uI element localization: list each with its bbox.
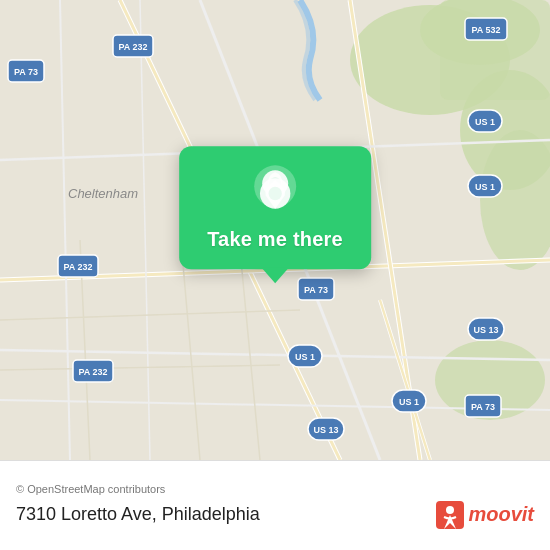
map-pin-icon <box>256 172 294 220</box>
moovit-brand-icon <box>436 501 464 529</box>
svg-text:US 1: US 1 <box>399 397 419 407</box>
svg-text:PA 232: PA 232 <box>78 367 107 377</box>
svg-text:PA 73: PA 73 <box>14 67 38 77</box>
svg-text:US 1: US 1 <box>295 352 315 362</box>
svg-text:PA 232: PA 232 <box>63 262 92 272</box>
svg-text:Cheltenham: Cheltenham <box>68 186 138 201</box>
map-container: PA 73 PA 232 PA 532 US 1 US 1 US 1 PA 23… <box>0 0 550 460</box>
svg-text:PA 73: PA 73 <box>304 285 328 295</box>
svg-text:PA 532: PA 532 <box>471 25 500 35</box>
svg-text:US 13: US 13 <box>313 425 338 435</box>
svg-point-59 <box>446 506 454 514</box>
moovit-logo: moovit <box>436 501 534 529</box>
location-text: 7310 Loretto Ave, Philadelphia <box>16 504 260 525</box>
popup-card: Take me there <box>179 146 371 269</box>
svg-text:US 13: US 13 <box>473 325 498 335</box>
moovit-logo-text: moovit <box>468 503 534 526</box>
svg-text:US 1: US 1 <box>475 117 495 127</box>
attribution-text: © OpenStreetMap contributors <box>16 483 534 495</box>
take-me-there-button[interactable]: Take me there <box>207 228 343 251</box>
svg-rect-4 <box>440 0 550 100</box>
info-bar: © OpenStreetMap contributors 7310 Lorett… <box>0 460 550 550</box>
location-row: 7310 Loretto Ave, Philadelphia moovit <box>16 501 534 529</box>
svg-text:PA 232: PA 232 <box>118 42 147 52</box>
svg-text:US 1: US 1 <box>475 182 495 192</box>
svg-text:PA 73: PA 73 <box>471 402 495 412</box>
